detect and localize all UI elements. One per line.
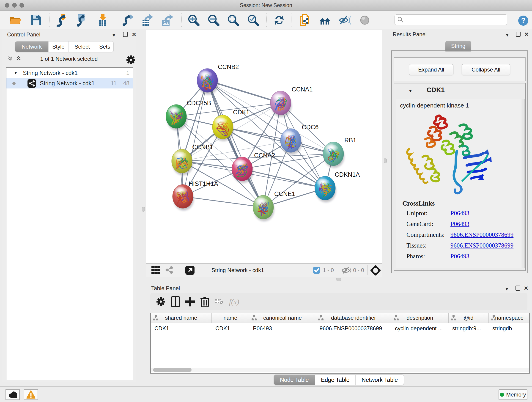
selected-checkbox-icon[interactable] xyxy=(313,267,321,275)
network-edge[interactable] xyxy=(207,80,281,103)
column-header-namespace[interactable]: namespace xyxy=(489,313,530,323)
expand-all-button[interactable]: Expand All xyxy=(409,64,453,75)
table-cell[interactable]: cyclin-dependent ... xyxy=(391,324,449,333)
export-network-button[interactable] xyxy=(121,14,134,27)
memory-button[interactable]: Memory xyxy=(499,389,527,400)
network-tree-root-row[interactable]: ▼ String Network - cdk1 1 xyxy=(6,68,133,78)
table-options-gear-icon[interactable] xyxy=(153,296,168,307)
network-tree-item-row[interactable]: String Network - cdk1 11 48 xyxy=(6,78,133,89)
network-share-icon[interactable] xyxy=(165,266,173,275)
refresh-button[interactable] xyxy=(273,14,285,27)
crosslink-link[interactable]: P06493 xyxy=(450,253,469,260)
crosslink-link[interactable]: 9606.ENSP00000378699 xyxy=(450,231,513,238)
column-header-shared-name[interactable]: shared name xyxy=(151,313,212,323)
control-panel-close-icon[interactable]: ✕ xyxy=(132,32,136,38)
center-view-crosshair-icon[interactable] xyxy=(370,265,380,276)
tab-network[interactable]: Network xyxy=(15,41,49,52)
table-row[interactable]: CDK1CDK1P064939606.ENSP00000378699cyclin… xyxy=(151,324,529,333)
memory-label: Memory xyxy=(506,391,526,398)
export-image-button[interactable] xyxy=(160,14,173,27)
node-label: CCNB2 xyxy=(218,64,239,70)
results-panel-float-icon[interactable] xyxy=(516,32,520,37)
collapse-all-button[interactable]: Collapse All xyxy=(462,64,510,75)
help-button[interactable] xyxy=(517,14,530,27)
hscrollbar-thumb[interactable] xyxy=(153,368,191,372)
create-column-icon[interactable] xyxy=(183,296,197,307)
control-panel-collapse-icon[interactable]: ▾ xyxy=(113,32,115,38)
open-session-button[interactable] xyxy=(9,14,22,27)
zoom-selected-button[interactable] xyxy=(247,14,260,27)
column-header-database-identifier[interactable]: database identifier xyxy=(316,313,391,323)
toolbar-search[interactable] xyxy=(394,14,507,25)
warnings-button[interactable] xyxy=(24,389,38,400)
crosslink-link[interactable]: 9606.ENSP00000378699 xyxy=(450,242,513,249)
toolbar-separator xyxy=(204,265,204,275)
table-panel-collapse-icon[interactable]: ▾ xyxy=(505,286,508,292)
results-panel-close-icon[interactable]: ✕ xyxy=(524,31,529,38)
first-neighbors-button[interactable] xyxy=(298,14,311,27)
search-input[interactable] xyxy=(404,17,500,23)
column-header-description[interactable]: description xyxy=(391,313,449,323)
import-network-database-button[interactable] xyxy=(75,14,88,27)
table-cell[interactable]: CDK1 xyxy=(151,324,212,333)
show-graphics-details-button[interactable] xyxy=(358,14,371,27)
column-header-canonical-name[interactable]: canonical name xyxy=(249,313,316,323)
node-table[interactable]: shared namenamecanonical namedatabase id… xyxy=(150,313,530,374)
tree-expander-icon[interactable]: ▼ xyxy=(14,71,18,75)
cloud-status-button[interactable] xyxy=(6,389,20,400)
table-panel-float-icon[interactable] xyxy=(515,286,520,291)
table-cell[interactable]: P06493 xyxy=(249,324,316,333)
network-options-gear-icon[interactable] xyxy=(126,55,136,66)
results-panel-title: Results Panel xyxy=(393,31,427,38)
open-in-window-icon[interactable] xyxy=(185,266,195,276)
show-columns-icon[interactable] xyxy=(168,296,183,307)
export-table-button[interactable] xyxy=(141,14,153,27)
results-panel-collapse-icon[interactable]: ▾ xyxy=(506,32,509,38)
table-cell[interactable]: stringdb xyxy=(489,324,530,333)
show-all-networks-button[interactable] xyxy=(318,14,331,27)
network-node-HIST1H1A[interactable]: HIST1H1A xyxy=(172,180,218,211)
tab-style[interactable]: Style xyxy=(49,41,69,52)
crosslink-link[interactable]: P06493 xyxy=(450,220,469,228)
network-node-RB1[interactable]: RB1 xyxy=(323,137,356,168)
tab-edge-table[interactable]: Edge Table xyxy=(315,375,356,385)
left-splitter-handle[interactable] xyxy=(142,207,145,212)
tab-select[interactable]: Select xyxy=(69,41,96,52)
import-table-button[interactable] xyxy=(96,14,109,27)
section-expander-icon[interactable]: ▼ xyxy=(408,89,413,94)
tab-node-table[interactable]: Node Table xyxy=(274,375,315,385)
column-type-icon xyxy=(491,315,496,321)
control-panel-float-icon[interactable] xyxy=(123,32,128,37)
network-edge[interactable] xyxy=(183,196,263,207)
zoom-in-button[interactable] xyxy=(187,14,200,27)
network-node-CDKN1A[interactable]: CDKN1A xyxy=(315,171,360,202)
birdseye-view-icon[interactable] xyxy=(152,266,160,276)
crosslink-link[interactable]: P06493 xyxy=(450,210,469,217)
tab-network-table[interactable]: Network Table xyxy=(355,375,404,385)
network-node-CDC6[interactable]: CDC6 xyxy=(280,124,319,154)
save-session-button[interactable] xyxy=(30,14,43,27)
network-node-CCNA1[interactable]: CCNA1 xyxy=(270,86,313,117)
column-header-name[interactable]: name xyxy=(212,313,249,323)
zoom-fit-button[interactable] xyxy=(227,14,240,27)
table-cell[interactable]: stringdb:9... xyxy=(449,324,489,333)
table-cell[interactable]: CDK1 xyxy=(212,324,249,333)
table-cell[interactable]: 9606.ENSP00000378699 xyxy=(316,324,391,333)
import-network-file-button[interactable] xyxy=(56,14,68,27)
network-graph[interactable]: CCNB2CCNA1CDC25BCDK1CDC6RB1CCNB1CCNA2CDK… xyxy=(146,30,382,263)
tab-sets[interactable]: Sets xyxy=(96,41,114,52)
results-scrollbar[interactable] xyxy=(522,99,525,268)
network-edge[interactable] xyxy=(207,80,263,207)
network-node-CCNE1[interactable]: CCNE1 xyxy=(253,191,295,221)
network-view-canvas[interactable]: CCNB2CCNA1CDC25BCDK1CDC6RB1CCNB1CCNA2CDK… xyxy=(146,30,382,264)
delete-column-trash-icon[interactable] xyxy=(197,296,212,307)
hide-graphics-details-button[interactable] xyxy=(338,14,351,27)
network-node-CCNB1[interactable]: CCNB1 xyxy=(172,144,213,175)
right-splitter-handle[interactable] xyxy=(384,158,387,163)
column-header--id[interactable]: @id xyxy=(449,313,489,323)
tab-string[interactable]: String xyxy=(445,41,471,51)
zoom-out-button[interactable] xyxy=(207,14,220,27)
table-panel-close-icon[interactable]: ✕ xyxy=(524,285,528,292)
table-hscrollbar[interactable] xyxy=(151,368,529,372)
network-edge[interactable] xyxy=(242,169,325,188)
